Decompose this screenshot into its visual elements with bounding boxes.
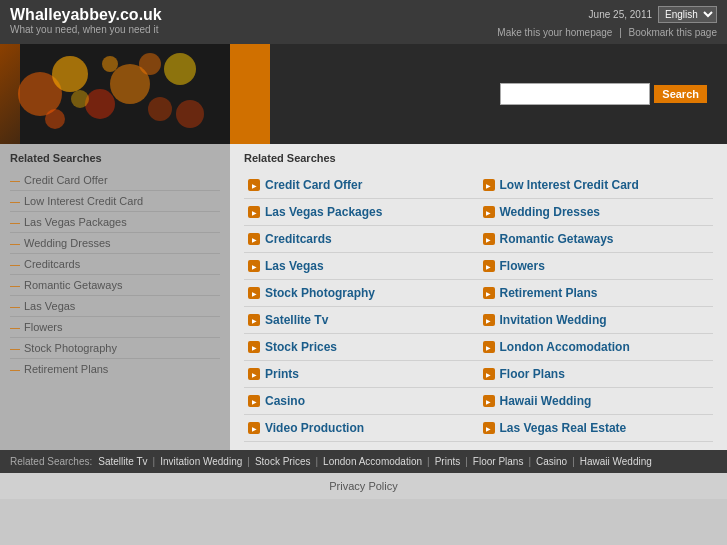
main-link[interactable]: Stock Photography (265, 286, 375, 300)
sidebar-list-item[interactable]: —Credit Card Offer (10, 170, 220, 191)
sidebar-link[interactable]: Retirement Plans (24, 363, 108, 375)
link-arrow-icon (483, 368, 495, 380)
svg-point-5 (148, 97, 172, 121)
link-arrow-icon (483, 395, 495, 407)
language-select[interactable]: English (658, 6, 717, 23)
main-link[interactable]: Stock Prices (265, 340, 337, 354)
link-arrow-icon (483, 260, 495, 272)
bottom-link[interactable]: Floor Plans (473, 456, 524, 467)
sidebar-list-item[interactable]: —Stock Photography (10, 338, 220, 359)
bottom-separator: | (247, 456, 250, 467)
main-link[interactable]: Las Vegas Real Estate (500, 421, 627, 435)
sidebar-list-item[interactable]: —Flowers (10, 317, 220, 338)
sidebar-link[interactable]: Las Vegas Packages (24, 216, 127, 228)
link-item: Las Vegas Packages (244, 199, 479, 226)
link-arrow-icon (483, 206, 495, 218)
main-link[interactable]: Low Interest Credit Card (500, 178, 639, 192)
date-lang: June 25, 2011 English (497, 6, 717, 23)
link-arrow-icon (248, 395, 260, 407)
sidebar: Related Searches —Credit Card Offer—Low … (0, 144, 230, 450)
sidebar-list-item[interactable]: —Low Interest Credit Card (10, 191, 220, 212)
link-arrow-icon (483, 314, 495, 326)
bottom-link[interactable]: Stock Prices (255, 456, 311, 467)
main-link[interactable]: Satellite Tv (265, 313, 328, 327)
link-arrow-icon (248, 368, 260, 380)
bottom-link[interactable]: Prints (435, 456, 461, 467)
header: Whalleyabbey.co.uk What you need, when y… (0, 0, 727, 44)
main-link[interactable]: Las Vegas (265, 259, 324, 273)
main-link[interactable]: Credit Card Offer (265, 178, 362, 192)
main-panel: Related Searches Credit Card OfferLow In… (230, 144, 727, 450)
privacy-bar: Privacy Policy (0, 473, 727, 499)
bottom-link[interactable]: Casino (536, 456, 567, 467)
main-link[interactable]: Las Vegas Packages (265, 205, 382, 219)
link-arrow-icon (248, 260, 260, 272)
link-item: Creditcards (244, 226, 479, 253)
sidebar-link[interactable]: Low Interest Credit Card (24, 195, 143, 207)
bottom-separator: | (427, 456, 430, 467)
main-link[interactable]: Creditcards (265, 232, 332, 246)
sidebar-link[interactable]: Creditcards (24, 258, 80, 270)
sidebar-link[interactable]: Wedding Dresses (24, 237, 111, 249)
main-link[interactable]: Retirement Plans (500, 286, 598, 300)
bottom-link[interactable]: Satellite Tv (98, 456, 147, 467)
search-button[interactable]: Search (654, 85, 707, 103)
bookmark-link[interactable]: Bookmark this page (629, 27, 717, 38)
main-link[interactable]: Invitation Wedding (500, 313, 607, 327)
main-link[interactable]: Video Production (265, 421, 364, 435)
link-item: Retirement Plans (479, 280, 714, 307)
sidebar-arrow-icon: — (10, 343, 20, 354)
main-link[interactable]: Wedding Dresses (500, 205, 600, 219)
link-item: Las Vegas (244, 253, 479, 280)
link-arrow-icon (483, 341, 495, 353)
svg-point-9 (176, 100, 204, 128)
link-arrow-icon (483, 287, 495, 299)
svg-point-7 (45, 109, 65, 129)
sidebar-link[interactable]: Credit Card Offer (24, 174, 108, 186)
link-arrow-icon (248, 314, 260, 326)
privacy-link[interactable]: Privacy Policy (329, 480, 397, 492)
bottom-separator: | (528, 456, 531, 467)
homepage-link[interactable]: Make this your homepage (497, 27, 612, 38)
link-item: Hawaii Wedding (479, 388, 714, 415)
sidebar-list-item[interactable]: —Las Vegas (10, 296, 220, 317)
main-content: Related Searches —Credit Card Offer—Low … (0, 144, 727, 450)
sidebar-list-item[interactable]: —Retirement Plans (10, 359, 220, 379)
main-link[interactable]: London Accomodation (500, 340, 630, 354)
sidebar-list-item[interactable]: —Las Vegas Packages (10, 212, 220, 233)
sidebar-list-item[interactable]: —Romantic Getaways (10, 275, 220, 296)
header-right: June 25, 2011 English Make this your hom… (497, 6, 717, 38)
sidebar-arrow-icon: — (10, 196, 20, 207)
main-link[interactable]: Floor Plans (500, 367, 565, 381)
sidebar-link[interactable]: Flowers (24, 321, 63, 333)
sidebar-link[interactable]: Stock Photography (24, 342, 117, 354)
orange-bar (230, 44, 270, 144)
link-item: Low Interest Credit Card (479, 172, 714, 199)
sidebar-arrow-icon: — (10, 259, 20, 270)
bottom-bar: Related Searches: Satellite Tv|Invitatio… (0, 450, 727, 473)
sidebar-list-item[interactable]: —Creditcards (10, 254, 220, 275)
main-link[interactable]: Casino (265, 394, 305, 408)
bottom-link[interactable]: Hawaii Wedding (580, 456, 652, 467)
main-link[interactable]: Flowers (500, 259, 545, 273)
sidebar-arrow-icon: — (10, 280, 20, 291)
site-tagline: What you need, when you need it (10, 24, 162, 35)
sidebar-link[interactable]: Romantic Getaways (24, 279, 122, 291)
link-item: Casino (244, 388, 479, 415)
sidebar-arrow-icon: — (10, 175, 20, 186)
main-link[interactable]: Hawaii Wedding (500, 394, 592, 408)
main-link[interactable]: Prints (265, 367, 299, 381)
bottom-link[interactable]: Invitation Wedding (160, 456, 242, 467)
search-input[interactable] (500, 83, 650, 105)
link-arrow-icon (483, 179, 495, 191)
nav-separator: | (619, 27, 624, 38)
page-wrapper: Whalleyabbey.co.uk What you need, when y… (0, 0, 727, 499)
related-searches-title: Related Searches (244, 152, 713, 164)
link-item: Las Vegas Real Estate (479, 415, 714, 442)
sidebar-list-item[interactable]: —Wedding Dresses (10, 233, 220, 254)
sidebar-link[interactable]: Las Vegas (24, 300, 75, 312)
main-link[interactable]: Romantic Getaways (500, 232, 614, 246)
bottom-link[interactable]: London Accomodation (323, 456, 422, 467)
links-grid: Credit Card OfferLow Interest Credit Car… (244, 172, 713, 442)
sidebar-arrow-icon: — (10, 322, 20, 333)
